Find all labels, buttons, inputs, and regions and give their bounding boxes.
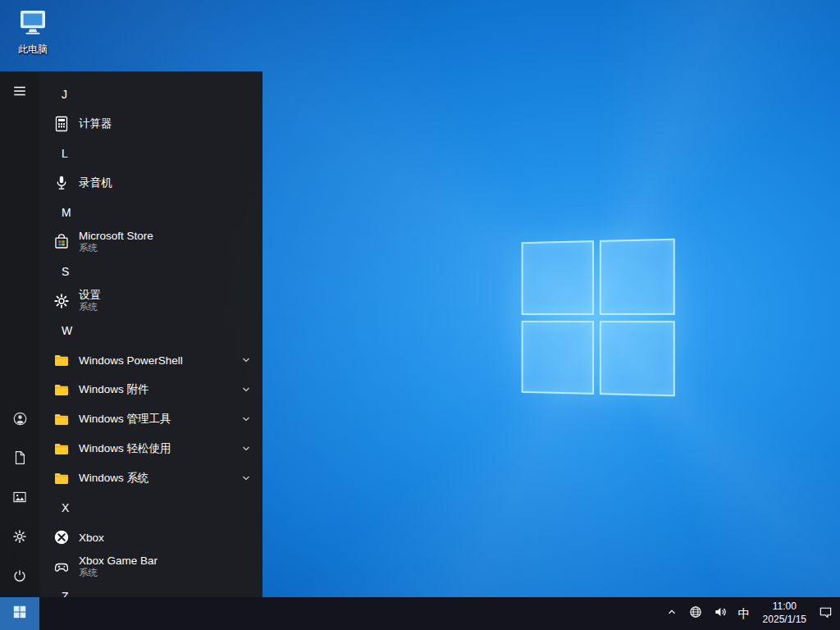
folder-icon [52,351,71,369]
logo-pane [599,239,674,315]
microphone-icon [52,174,71,192]
app-item-xbox[interactable]: Xbox [39,523,262,552]
user-icon [12,411,28,430]
taskbar: 中 11:00 2025/1/15 [0,597,840,630]
clock-time: 11:00 [773,600,797,614]
section-header-l[interactable]: L [39,139,262,168]
power-button[interactable] [0,558,39,597]
folder-icon [52,381,71,399]
chevron-down-icon[interactable] [241,473,251,483]
desktop-background: 此电脑 [0,0,840,630]
folder-icon [52,440,71,458]
this-pc-icon [17,7,48,41]
section-letter: Z [62,590,69,597]
gear-icon [52,292,71,310]
power-icon [12,568,27,587]
app-label: Windows 管理工具 [79,412,171,427]
wallpaper-windows-logo [522,239,675,397]
section-header-z[interactable]: Z [39,582,262,597]
folder-icon [52,469,71,487]
action-center-icon [819,605,833,623]
app-label: Windows 轻松使用 [79,441,171,456]
folder-icon [52,410,71,428]
app-labels: Microsoft Store 系统 [79,230,153,254]
app-label: 计算器 [79,116,112,131]
network-button[interactable] [683,597,708,630]
taskbar-clock[interactable]: 11:00 2025/1/15 [756,597,813,630]
app-group-windows-accessories[interactable]: Windows 附件 [39,375,262,404]
section-letter: W [62,324,72,337]
settings-button[interactable] [0,518,39,558]
logo-pane [522,240,594,314]
start-button[interactable] [0,597,39,630]
desktop-icon-this-pc[interactable]: 此电脑 [10,7,56,57]
gear-icon [12,529,27,547]
app-label: Microsoft Store [79,230,153,243]
pictures-button[interactable] [0,479,39,518]
clock-date: 2025/1/15 [763,614,806,627]
logo-pane [599,321,674,397]
app-label: Xbox [79,532,104,544]
app-item-calculator[interactable]: 计算器 [39,109,262,139]
chevron-up-icon [666,606,678,621]
section-header-m[interactable]: M [39,198,262,227]
app-label: Windows PowerShell [79,354,183,367]
section-header-s[interactable]: S [39,257,262,286]
gamebar-icon [52,558,71,576]
section-letter: X [62,501,69,514]
app-item-xbox-game-bar[interactable]: Xbox Game Bar 系统 [39,552,262,582]
app-item-settings[interactable]: 设置 系统 [39,286,262,316]
start-menu-rail [0,71,39,597]
section-header-w[interactable]: W [39,316,262,345]
app-item-voice-recorder[interactable]: 录音机 [39,168,262,198]
account-button[interactable] [0,400,39,440]
document-icon [12,450,27,468]
taskbar-empty-area [39,597,660,630]
app-labels: 设置 系统 [79,289,101,313]
start-app-list: J 计算器 L 录音机 M [39,71,262,597]
start-menu: J 计算器 L 录音机 M [0,71,262,597]
section-letter: S [62,265,69,278]
app-label: Xbox Game Bar [79,555,158,568]
documents-button[interactable] [0,440,39,479]
start-expand-button[interactable] [0,71,39,114]
xbox-icon [52,528,71,546]
action-center-button[interactable] [813,597,838,630]
windows-logo-icon [12,605,27,623]
system-tray: 中 11:00 2025/1/15 [660,597,840,630]
logo-pane [522,320,594,394]
section-header-x[interactable]: X [39,493,262,523]
app-group-windows-system[interactable]: Windows 系统 [39,463,262,493]
app-label: Windows 附件 [79,382,149,397]
app-labels: Xbox Game Bar 系统 [79,555,158,579]
desktop-icon-label: 此电脑 [18,43,48,57]
app-sublabel: 系统 [79,302,101,313]
app-sublabel: 系统 [79,243,153,254]
chevron-down-icon[interactable] [241,385,251,395]
calculator-icon [52,115,71,133]
chevron-down-icon[interactable] [241,355,251,365]
app-group-windows-powershell[interactable]: Windows PowerShell [39,345,262,375]
section-letter: M [62,206,71,219]
section-header-j[interactable]: J [39,80,262,109]
section-letter: J [62,88,67,101]
globe-icon [689,605,702,622]
app-group-windows-admin-tools[interactable]: Windows 管理工具 [39,404,262,434]
app-label: 设置 [79,289,101,302]
store-icon [52,233,71,251]
ime-indicator[interactable]: 中 [733,597,756,630]
tray-overflow-button[interactable] [660,597,683,630]
app-label: Windows 系统 [79,471,149,486]
volume-button[interactable] [708,597,733,630]
speaker-icon [714,605,727,622]
hamburger-icon [12,84,27,102]
app-group-windows-ease-of-access[interactable]: Windows 轻松使用 [39,434,262,463]
app-item-microsoft-store[interactable]: Microsoft Store 系统 [39,227,262,257]
section-letter: L [62,147,68,160]
chevron-down-icon[interactable] [241,414,251,424]
picture-icon [12,490,27,508]
chevron-down-icon[interactable] [241,444,251,454]
app-sublabel: 系统 [79,568,158,579]
ime-mode-label: 中 [738,606,751,622]
app-label: 录音机 [79,176,112,190]
